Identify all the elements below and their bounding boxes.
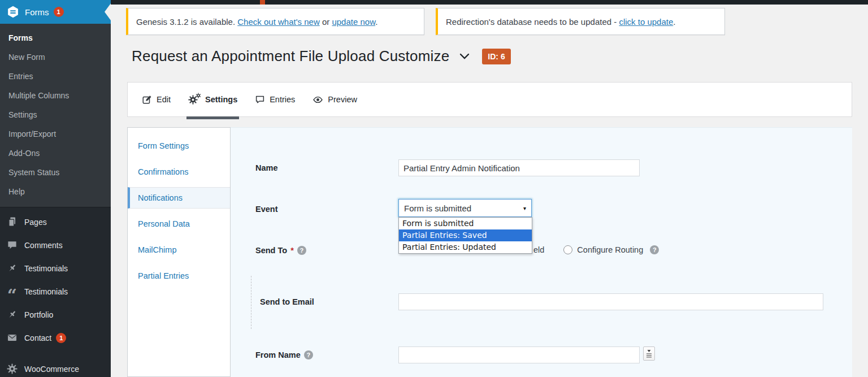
admin-bar-notification-tick xyxy=(260,0,265,5)
sidebar-item-comments[interactable]: Comments xyxy=(0,233,111,257)
tab-entries[interactable]: Entries xyxy=(255,83,295,116)
pin-icon xyxy=(6,309,18,320)
sidebar-item-label: WooCommerce xyxy=(24,365,79,374)
from-name-input[interactable] xyxy=(398,346,640,363)
redirection-update-notice: Redirection's database needs to be updat… xyxy=(436,8,725,35)
sidebar-item-portfolio[interactable]: Portfolio xyxy=(0,303,111,326)
genesis-update-notice: Genesis 3.1.2 is available. Check out wh… xyxy=(126,8,424,35)
admin-notices: Genesis 3.1.2 is available. Check out wh… xyxy=(126,8,725,35)
notification-settings-form: Name Event Form is submitted ▾ Form is s… xyxy=(231,127,852,377)
settings-panel: Form Settings Confirmations Notification… xyxy=(127,127,852,377)
pages-icon xyxy=(6,216,18,228)
tab-preview[interactable]: Preview xyxy=(313,83,357,116)
sidebar-item-multiple-columns[interactable]: Multiple Columns xyxy=(0,86,111,105)
sidebar-item-label: Testimonials xyxy=(24,287,68,296)
sidebar-item-forms[interactable]: Forms xyxy=(0,28,111,47)
gears-icon xyxy=(188,94,201,105)
admin-content: Genesis 3.1.2 is available. Check out wh… xyxy=(111,0,868,377)
sidebar-item-testimonials-quotes[interactable]: “ Testimonials xyxy=(0,280,111,303)
merge-tags-button[interactable] xyxy=(643,346,655,361)
subnav-item-mailchimp[interactable]: MailChimp xyxy=(128,237,230,263)
event-select[interactable]: Form is submitted ▾ xyxy=(398,199,532,217)
event-select-dropdown: Form is submitted Partial Entries: Saved… xyxy=(398,217,532,254)
sidebar-item-contact[interactable]: Contact 1 xyxy=(0,326,111,349)
sidebar-header-label: Forms xyxy=(25,7,49,17)
sidebar-item-label: Pages xyxy=(24,218,47,227)
event-option-partial-entries-updated[interactable]: Partial Entries: Updated xyxy=(399,241,532,253)
subnav-item-notifications[interactable]: Notifications xyxy=(128,187,230,209)
tab-label: Settings xyxy=(205,95,237,104)
pin-icon xyxy=(6,262,18,274)
sidebar-item-testimonials[interactable]: Testimonials xyxy=(0,257,111,280)
contact-count-badge: 1 xyxy=(56,333,66,343)
send-to-field-label: Send To * ? xyxy=(255,246,306,255)
send-to-radio-group: eld Configure Routing ? xyxy=(533,245,659,254)
mail-icon xyxy=(6,332,18,344)
sidebar-item-system-status[interactable]: System Status xyxy=(0,163,111,182)
sidebar-item-new-form[interactable]: New Form xyxy=(0,47,111,67)
event-option-form-submitted[interactable]: Form is submitted xyxy=(399,218,532,229)
main-admin-menu: Pages Comments Testimonials “ Testimonia… xyxy=(0,207,111,377)
tab-label: Preview xyxy=(328,95,357,104)
subnav-item-confirmations[interactable]: Confirmations xyxy=(128,159,230,185)
admin-top-bar xyxy=(111,0,868,5)
event-option-partial-entries-saved[interactable]: Partial Entries: Saved xyxy=(399,229,532,241)
event-field-label: Event xyxy=(255,205,278,214)
configure-routing-label: Configure Routing xyxy=(577,245,643,254)
subnav-item-form-settings[interactable]: Form Settings xyxy=(128,133,230,159)
edit-icon xyxy=(142,94,152,105)
notification-name-input[interactable] xyxy=(398,159,640,176)
subnav-item-personal-data[interactable]: Personal Data xyxy=(128,211,230,237)
comments-icon xyxy=(6,239,18,251)
tab-label: Entries xyxy=(270,95,295,104)
sidebar-item-settings[interactable]: Settings xyxy=(0,105,111,124)
quote-icon: “ xyxy=(6,285,18,297)
notice-text: Redirection's database needs to be updat… xyxy=(446,17,619,27)
form-switcher-chevron-down-icon[interactable] xyxy=(459,53,470,60)
subnav-item-partial-entries[interactable]: Partial Entries xyxy=(128,263,230,289)
notice-text: Genesis 3.1.2 is available. xyxy=(136,17,237,27)
notice-text: or xyxy=(320,17,332,27)
sidebar-item-label: Portfolio xyxy=(24,310,53,319)
notice-text: . xyxy=(673,17,675,27)
tab-settings[interactable]: Settings xyxy=(188,83,237,116)
from-name-help-icon[interactable]: ? xyxy=(304,350,313,359)
send-to-help-icon[interactable]: ? xyxy=(297,246,306,255)
tab-label: Edit xyxy=(157,95,171,104)
sidebar-item-woocommerce[interactable]: WooCommerce xyxy=(0,357,111,377)
notice-text: . xyxy=(375,17,377,27)
select-dropdown-arrow-icon: ▾ xyxy=(523,205,526,211)
eye-icon xyxy=(313,94,323,105)
configure-routing-radio[interactable] xyxy=(563,245,572,254)
sidebar-item-label: Comments xyxy=(24,241,63,250)
current-menu-arrow xyxy=(105,3,111,20)
form-id-badge: ID: 6 xyxy=(482,49,510,64)
sidebar-item-entries[interactable]: Entries xyxy=(0,67,111,86)
sidebar-forms-header[interactable]: Forms 1 xyxy=(0,0,111,24)
forms-submenu: Forms New Form Entries Multiple Columns … xyxy=(0,24,111,207)
forms-count-badge: 1 xyxy=(54,7,64,17)
check-whats-new-link[interactable]: Check out what's new xyxy=(237,17,319,27)
sidebar-item-label: Contact xyxy=(24,333,51,343)
settings-subnav: Form Settings Confirmations Notification… xyxy=(127,127,231,377)
sidebar-item-import-export[interactable]: Import/Export xyxy=(0,124,111,144)
page-header: Request an Appointment File Upload Custo… xyxy=(132,47,511,65)
click-to-update-link[interactable]: click to update xyxy=(619,17,673,27)
tab-edit[interactable]: Edit xyxy=(142,83,171,116)
event-select-value: Form is submitted xyxy=(404,203,471,213)
required-asterisk: * xyxy=(290,246,294,255)
configure-routing-help-icon[interactable]: ? xyxy=(650,245,659,254)
name-field-label: Name xyxy=(255,163,278,172)
gear-icon xyxy=(6,363,18,375)
send-to-email-input[interactable] xyxy=(398,293,823,310)
sidebar-item-help[interactable]: Help xyxy=(0,182,111,201)
update-now-link[interactable]: update now xyxy=(332,17,375,27)
gravity-forms-icon xyxy=(7,6,19,18)
form-toolbar-tabs: Edit Settings Entries Preview xyxy=(127,82,852,117)
admin-sidebar: Forms 1 Forms New Form Entries Multiple … xyxy=(0,0,111,377)
bubble-icon xyxy=(255,94,265,105)
from-name-field-label: From Name ? xyxy=(255,350,313,359)
sidebar-item-pages[interactable]: Pages xyxy=(0,210,111,233)
page-title: Request an Appointment File Upload Custo… xyxy=(132,47,449,65)
sidebar-item-add-ons[interactable]: Add-Ons xyxy=(0,144,111,163)
